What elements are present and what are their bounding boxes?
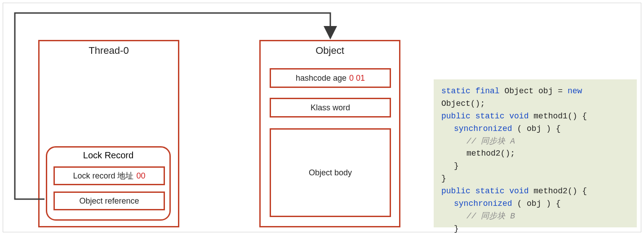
code-line-9: synchronized ( obj ) {	[441, 198, 629, 210]
thread-box: Thread-0 Lock Record Lock record 地址 00 O…	[38, 40, 179, 227]
lock-record-address-cell: Lock record 地址 00	[53, 166, 165, 185]
kw-static2: static	[475, 112, 505, 121]
object-box: Object hashcode age 0 01 Klass word Obje…	[259, 40, 400, 227]
kw-sync: synchronized	[454, 124, 512, 133]
code-line-6: }	[441, 160, 629, 173]
sync-obj: ( obj ) {	[517, 124, 560, 133]
obj-decl: Object obj =	[504, 87, 567, 96]
kw-void2: void	[509, 187, 529, 196]
kw-static3: static	[475, 187, 505, 196]
kw-sync2: synchronized	[454, 199, 512, 208]
code-line-5: method2();	[441, 148, 629, 160]
kw-new: new	[568, 87, 582, 96]
markword-bits: 0 01	[349, 74, 365, 83]
object-body-cell: Object body	[270, 128, 391, 217]
markword-label: hashcode age	[296, 74, 346, 83]
code-line-3: synchronized ( obj ) {	[441, 123, 629, 135]
object-reference-cell: Object reference	[53, 191, 165, 210]
thread-title: Thread-0	[40, 41, 178, 57]
kw-void: void	[509, 112, 529, 121]
lock-record-address-label: Lock record 地址	[73, 170, 133, 181]
markword-cell: hashcode age 0 01	[270, 68, 391, 88]
lock-record-address-bits: 00	[137, 171, 146, 181]
diagram-canvas: Thread-0 Lock Record Lock record 地址 00 O…	[3, 3, 641, 232]
kw-public2: public	[441, 187, 471, 196]
method1-sig: method1() {	[533, 112, 587, 121]
klass-word-cell: Klass word	[270, 98, 391, 118]
lock-record-box: Lock Record Lock record 地址 00 Object ref…	[46, 146, 171, 221]
kw-static: static	[441, 87, 471, 96]
code-line-10: // 同步块 B	[441, 210, 629, 223]
klass-word-label: Klass word	[311, 103, 350, 113]
code-line-8: public static void method2() {	[441, 185, 629, 198]
object-body-label: Object body	[309, 168, 352, 178]
object-reference-label: Object reference	[79, 196, 139, 206]
object-title: Object	[261, 41, 399, 57]
code-line-7: }	[441, 173, 629, 185]
obj-tail: Object();	[441, 99, 485, 108]
code-line-2: public static void method1() {	[441, 110, 629, 123]
kw-final: final	[475, 87, 500, 96]
kw-public: public	[441, 112, 471, 121]
sync-obj2: ( obj ) {	[517, 199, 560, 208]
lock-record-title: Lock Record	[47, 148, 169, 161]
code-line-1: static final Object obj = new Object();	[441, 85, 629, 110]
code-line-4: // 同步块 A	[441, 135, 629, 148]
code-line-11: }	[441, 223, 629, 235]
method2-sig: method2() {	[533, 187, 587, 196]
code-panel: static final Object obj = new Object(); …	[434, 79, 637, 227]
